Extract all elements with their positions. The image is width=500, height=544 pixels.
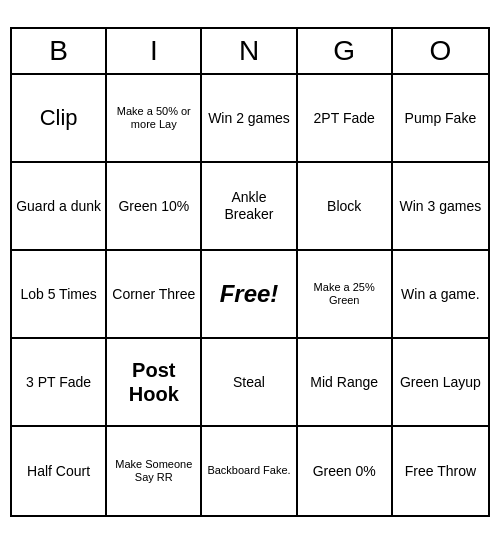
bingo-cell-10: Lob 5 Times: [12, 251, 107, 339]
bingo-cell-20: Half Court: [12, 427, 107, 515]
bingo-cell-14: Win a game.: [393, 251, 488, 339]
bingo-cell-3: 2PT Fade: [298, 75, 393, 163]
bingo-cell-15: 3 PT Fade: [12, 339, 107, 427]
bingo-cell-16: Post Hook: [107, 339, 202, 427]
bingo-cell-8: Block: [298, 163, 393, 251]
bingo-cell-5: Guard a dunk: [12, 163, 107, 251]
bingo-cell-6: Green 10%: [107, 163, 202, 251]
bingo-cell-11: Corner Three: [107, 251, 202, 339]
bingo-cell-9: Win 3 games: [393, 163, 488, 251]
header-letter-b: B: [12, 29, 107, 73]
bingo-cell-18: Mid Range: [298, 339, 393, 427]
bingo-cell-24: Free Throw: [393, 427, 488, 515]
header-letter-o: O: [393, 29, 488, 73]
bingo-cell-4: Pump Fake: [393, 75, 488, 163]
bingo-cell-21: Make Someone Say RR: [107, 427, 202, 515]
bingo-header: BINGO: [12, 29, 488, 75]
header-letter-n: N: [202, 29, 297, 73]
bingo-cell-23: Green 0%: [298, 427, 393, 515]
bingo-cell-2: Win 2 games: [202, 75, 297, 163]
bingo-cell-0: Clip: [12, 75, 107, 163]
header-letter-i: I: [107, 29, 202, 73]
bingo-cell-22: Backboard Fake.: [202, 427, 297, 515]
bingo-cell-1: Make a 50% or more Lay: [107, 75, 202, 163]
header-letter-g: G: [298, 29, 393, 73]
bingo-cell-13: Make a 25% Green: [298, 251, 393, 339]
bingo-cell-7: Ankle Breaker: [202, 163, 297, 251]
bingo-cell-19: Green Layup: [393, 339, 488, 427]
bingo-grid: ClipMake a 50% or more LayWin 2 games2PT…: [12, 75, 488, 515]
bingo-cell-17: Steal: [202, 339, 297, 427]
bingo-card: BINGO ClipMake a 50% or more LayWin 2 ga…: [10, 27, 490, 517]
bingo-cell-12: Free!: [202, 251, 297, 339]
